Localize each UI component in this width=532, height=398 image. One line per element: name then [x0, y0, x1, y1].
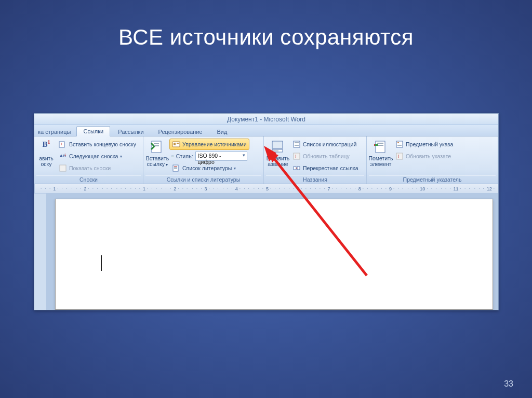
- svg-rect-17: [174, 167, 177, 168]
- tab-review[interactable]: Рецензирование: [152, 127, 209, 136]
- show-footnotes-button[interactable]: Показать сноски: [56, 162, 139, 174]
- svg-text:1: 1: [64, 153, 66, 156]
- mark-entry-button[interactable]: Пометитьэлемент: [369, 138, 393, 168]
- svg-rect-23: [295, 142, 299, 143]
- svg-rect-31: [377, 143, 383, 144]
- group-label-index: Предметный указатель: [369, 175, 496, 184]
- next-footnote-icon: AB1: [59, 152, 67, 160]
- insert-footnote-button[interactable]: B1 авитьоску: [36, 138, 56, 168]
- slide-title: ВСЕ источники сохраняются: [0, 25, 532, 50]
- svg-rect-16: [174, 166, 177, 167]
- caption-small-buttons: Список иллюстраций ! Обновить таблицу Пе…: [290, 138, 361, 174]
- text-cursor: [101, 255, 102, 271]
- update-index-icon: !: [395, 152, 404, 160]
- svg-rect-34: [374, 144, 375, 146]
- figures-list-icon: [292, 140, 301, 148]
- slide-number: 33: [504, 379, 513, 389]
- svg-rect-29: [297, 167, 300, 170]
- insert-citation-button[interactable]: Вставитьссылку ▾: [145, 138, 169, 168]
- citation-small-buttons: Управление источниками Стиль: ISO 690 - …: [169, 138, 249, 174]
- update-index-button[interactable]: ! Обновить указате: [393, 150, 456, 162]
- window-titlebar: Документ1 - Microsoft Word: [34, 114, 498, 125]
- svg-rect-7: [154, 145, 159, 146]
- svg-rect-10: [174, 144, 176, 145]
- index-small-buttons: Предметный указа ! Обновить указате: [393, 138, 456, 162]
- table-of-figures-button[interactable]: Список иллюстраций: [290, 139, 361, 150]
- svg-rect-38: [397, 145, 402, 146]
- document-page[interactable]: [55, 199, 493, 310]
- group-citations: Вставитьссылку ▾ Управление источниками …: [143, 136, 264, 184]
- group-index: Пометитьэлемент Предметный указа ! Обнов…: [367, 136, 498, 184]
- style-icon: [171, 155, 174, 158]
- footnote-small-buttons: i Вставить концевую сноску AB1 Следующая…: [56, 138, 139, 174]
- next-footnote-button[interactable]: AB1 Следующая сноска ▾: [56, 150, 139, 162]
- mark-entry-icon: [373, 139, 389, 155]
- svg-rect-18: [174, 168, 177, 169]
- cross-reference-button[interactable]: Перекрестная ссылка: [290, 162, 361, 174]
- group-label-captions: Названия: [266, 175, 364, 184]
- show-notes-icon: [59, 164, 67, 172]
- group-captions: Вставитьазвание Список иллюстраций ! Обн…: [264, 136, 367, 184]
- svg-rect-25: [295, 145, 299, 146]
- manage-sources-icon: [172, 140, 180, 148]
- svg-text:!: !: [398, 154, 400, 159]
- svg-rect-21: [273, 150, 278, 152]
- svg-rect-4: [60, 165, 66, 171]
- svg-rect-6: [154, 143, 159, 144]
- svg-rect-9: [174, 143, 176, 144]
- endnote-icon: i: [59, 140, 67, 148]
- svg-rect-37: [397, 144, 402, 144]
- word-screenshot: Документ1 - Microsoft Word ка страницы С…: [34, 113, 499, 310]
- ribbon-tabs: ка страницы Ссылки Рассылки Рецензирован…: [34, 125, 498, 136]
- index-icon: [395, 140, 404, 148]
- citation-style-combo[interactable]: ISO 690 - цифро: [195, 152, 247, 161]
- svg-rect-11: [177, 143, 179, 144]
- tab-references[interactable]: Ссылки: [76, 126, 110, 136]
- tab-mailings[interactable]: Рассылки: [111, 127, 150, 136]
- bibliography-icon: [172, 164, 180, 172]
- document-area: [34, 194, 498, 310]
- insert-caption-icon: [270, 139, 286, 155]
- svg-rect-39: [396, 153, 403, 159]
- horizontal-ruler[interactable]: · · ·1· · ·· · ·2· · ·· · ·· · ·· · ·1· …: [34, 184, 498, 194]
- insert-endnote-button[interactable]: i Вставить концевую сноску: [56, 139, 139, 150]
- insert-caption-button[interactable]: Вставитьазвание: [266, 138, 290, 168]
- ribbon: B1 авитьоску i Вставить концевую сноску …: [34, 136, 498, 184]
- insert-citation-icon: [150, 139, 165, 155]
- update-table-button[interactable]: ! Обновить таблицу: [290, 150, 361, 162]
- svg-rect-26: [294, 153, 300, 159]
- update-table-icon: !: [292, 152, 301, 160]
- tab-page-layout-partial[interactable]: ка страницы: [35, 127, 75, 136]
- manage-sources-button[interactable]: Управление источниками: [169, 139, 249, 150]
- group-footnotes: B1 авитьоску i Вставить концевую сноску …: [34, 136, 143, 184]
- tab-view[interactable]: Вид: [210, 127, 234, 136]
- insert-index-button[interactable]: Предметный указа: [393, 139, 456, 150]
- vertical-ruler[interactable]: [34, 194, 47, 310]
- group-label-citations: Ссылки и списки литературы: [145, 175, 261, 184]
- group-label-footnotes: Сноски: [36, 175, 141, 184]
- svg-rect-28: [294, 167, 296, 170]
- cross-ref-icon: [292, 164, 301, 172]
- svg-rect-24: [295, 144, 299, 144]
- footnote-big-icon: B1: [38, 139, 54, 155]
- ruler-ticks: · · ·1· · ·· · ·2· · ·· · ·· · ·· · ·1· …: [35, 186, 498, 191]
- svg-text:!: !: [295, 154, 297, 159]
- citation-style-row: Стиль: ISO 690 - цифро: [169, 150, 249, 162]
- svg-rect-19: [272, 141, 283, 148]
- svg-rect-36: [397, 142, 399, 143]
